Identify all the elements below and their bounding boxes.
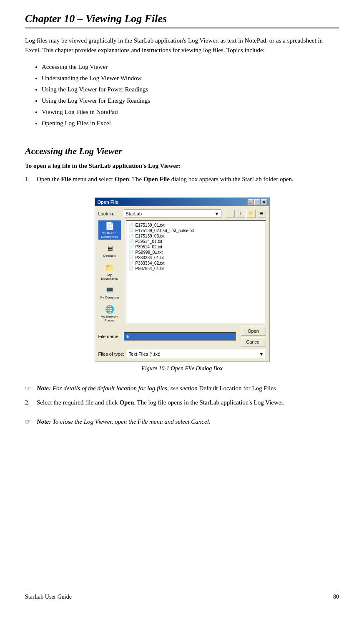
filetype-combo[interactable]: Text Files (*.txt) ▼	[127, 350, 266, 358]
file-icon: 📄	[129, 239, 134, 244]
file-name: E175139_02.bad_first_pulse.txt	[136, 228, 194, 233]
topics-list: Accessing the Log ViewerUnderstanding th…	[42, 61, 339, 129]
step2-prefix: Select the required file and click	[37, 399, 119, 406]
bullet-item: Using the Log Viewer for Power Readings	[42, 84, 339, 95]
file-item[interactable]: 📄P39514_02.txt	[128, 244, 264, 250]
note1-icon: ☞	[25, 384, 34, 394]
file-icon: 📄	[129, 245, 134, 249]
file-name: P39514_02.txt	[136, 245, 163, 249]
dialog-title: Open File	[98, 200, 118, 205]
dialog-filelist[interactable]: 📄E175139_01.txt📄E175139_02.bad_first_pul…	[126, 220, 266, 323]
filename-label: File name:	[98, 334, 121, 339]
step1-text-mid: menu and select	[71, 176, 114, 182]
sidebar-item-3[interactable]: 💻My Computer	[98, 283, 121, 302]
filename-value: lbt	[126, 334, 131, 339]
sidebar-item-1[interactable]: 🖥Desktop	[98, 241, 121, 260]
step1-text-suffix: . The	[129, 176, 143, 182]
file-icon: 📄	[129, 250, 134, 255]
filetype-row: Files of type: Text Files (*.txt) ▼	[98, 350, 266, 358]
section1-subheading: To open a log file in the StarLab applic…	[25, 162, 339, 169]
file-item[interactable]: 📄E175139_03.txt	[128, 233, 264, 239]
step2: 2. Select the required file and click Op…	[25, 398, 339, 407]
note1-normal-link: Default Location for Log Files	[199, 385, 276, 392]
file-name: E175139_01.txt	[136, 223, 165, 228]
note2: ☞ Note: To close the Log Viewer, open th…	[25, 417, 339, 427]
toolbar: ← ↑ 📁 ☰	[226, 210, 266, 218]
bullet-item: Understanding the Log Viewer Window	[42, 73, 339, 84]
lookin-value: StarLab	[126, 211, 142, 216]
file-item[interactable]: 📄E175139_01.txt	[128, 223, 264, 228]
dialog-sidebar: 📄My Recent Documents🖥Desktop📁My Document…	[98, 220, 123, 323]
dialog-close-btn[interactable]: ✕	[261, 199, 267, 205]
dialog-body: Look in: StarLab ▼ ← ↑ 📁 ☰ 📄My Rec	[95, 206, 269, 362]
step1-text-suffix2: dialog box appears with the StarLab fold…	[170, 176, 294, 182]
filename-row: File name: lbt Open Cancel	[98, 326, 266, 346]
file-item[interactable]: 📄PS9999_01.txt	[128, 250, 264, 255]
file-name: E175139_03.txt	[136, 234, 165, 238]
file-item[interactable]: 📄P39514_01.txt	[128, 239, 264, 244]
step1-text-prefix: Open the	[37, 176, 61, 182]
sidebar-item-4[interactable]: 🌐My Network Places	[98, 304, 121, 323]
step1-content: Open the File menu and select Open. The …	[37, 174, 339, 184]
lookin-label: Look in:	[98, 211, 121, 216]
filetype-dropdown-icon[interactable]: ▼	[259, 351, 264, 357]
step1: 1. Open the File menu and select Open. T…	[25, 174, 339, 184]
file-icon: 📄	[129, 255, 134, 260]
section1-heading: Accessing the Log Viewer	[25, 146, 339, 157]
intro-paragraph: Log files may be viewed graphically in t…	[25, 36, 339, 55]
filetype-value: Text Files (*.txt)	[129, 351, 161, 357]
cancel-btn[interactable]: Cancel	[241, 337, 266, 346]
bullet-item: Accessing the Log Viewer	[42, 61, 339, 73]
filename-input[interactable]: lbt	[124, 332, 236, 341]
file-icon: 📄	[129, 234, 134, 238]
file-name: P39514_01.txt	[136, 239, 163, 244]
note1-label: Note:	[37, 385, 51, 392]
step1-bold1: File	[61, 176, 71, 182]
open-btn[interactable]: Open	[241, 326, 266, 336]
file-icon: 📄	[129, 228, 134, 233]
file-item[interactable]: 📄P333334_02.txt	[128, 260, 264, 266]
note2-italic-text: To close the Log Viewer, open the File m…	[53, 418, 211, 425]
file-name: P333334_01.txt	[136, 255, 165, 260]
dialog-btn-group: Open Cancel	[241, 326, 266, 346]
step2-content: Select the required file and click Open.…	[37, 398, 339, 407]
back-btn[interactable]: ←	[226, 210, 235, 218]
bullet-item: Viewing Log Files in NotePad	[42, 106, 339, 118]
bullet-item: Using the Log Viewer for Energy Readings	[42, 95, 339, 106]
dialog-main: 📄My Recent Documents🖥Desktop📁My Document…	[98, 220, 266, 323]
figure-container: Open File _ □ ✕ Look in: StarLab ▼	[25, 197, 339, 372]
view-btn[interactable]: ☰	[257, 210, 266, 218]
file-item[interactable]: 📄E175139_02.bad_first_pulse.txt	[128, 228, 264, 233]
chapter-title: Chapter 10 – Viewing Log Files	[25, 13, 339, 28]
file-item[interactable]: 📄P333334_01.txt	[128, 255, 264, 260]
dialog-bottom-area: File name: lbt Open Cancel Files of type…	[98, 326, 266, 358]
note2-icon: ☞	[25, 417, 34, 427]
footer-right: 80	[333, 594, 339, 600]
note2-text: Note: To close the Log Viewer, open the …	[37, 417, 211, 427]
sidebar-item-2[interactable]: 📁My Documents	[98, 262, 121, 281]
note1: ☞ Note: For details of the default locat…	[25, 384, 339, 394]
note2-label: Note:	[37, 418, 51, 425]
lookin-combo[interactable]: StarLab ▼	[124, 210, 221, 218]
note1-text: Note: For details of the default locatio…	[37, 384, 276, 394]
step1-bold3: Open File	[143, 176, 170, 182]
new-folder-btn[interactable]: 📁	[246, 210, 256, 218]
dialog-maximize-btn[interactable]: □	[254, 199, 260, 205]
step1-bold2: Open	[115, 176, 129, 182]
note1-italic: For details of the default location for …	[53, 385, 198, 392]
dialog-image: Open File _ □ ✕ Look in: StarLab ▼	[95, 197, 270, 362]
lookin-row: Look in: StarLab ▼ ← ↑ 📁 ☰	[98, 210, 266, 218]
sidebar-item-0[interactable]: 📄My Recent Documents	[98, 220, 121, 240]
lookin-dropdown-icon[interactable]: ▼	[215, 211, 219, 216]
file-name: PS9999_01.txt	[136, 250, 163, 255]
filetype-label: Files of type:	[98, 351, 124, 357]
up-btn[interactable]: ↑	[236, 210, 245, 218]
file-name: P333334_02.txt	[136, 261, 165, 266]
step2-suffix: . The log file opens in the StarLab appl…	[134, 399, 284, 406]
file-name: P987654_01.txt	[136, 266, 165, 271]
file-icon: 📄	[129, 261, 134, 266]
dialog-titlebar: Open File _ □ ✕	[95, 198, 269, 206]
file-item[interactable]: 📄P987654_01.txt	[128, 266, 264, 271]
dialog-minimize-btn[interactable]: _	[248, 199, 254, 205]
footer-left: StarLab User Guide	[25, 594, 72, 600]
